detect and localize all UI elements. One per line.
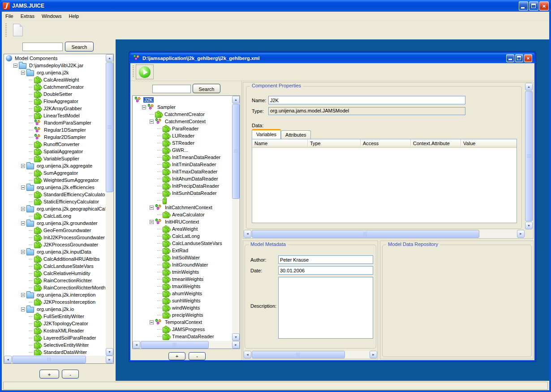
close-button[interactable]: × bbox=[539, 1, 549, 11]
tree-expander-icon[interactable] bbox=[21, 307, 25, 311]
tree-item[interactable]: AreaCalculator bbox=[133, 211, 232, 218]
tree-item[interactable]: ParaReader bbox=[133, 125, 232, 132]
tree-item[interactable]: SelectiveEntityWriter bbox=[4, 341, 105, 349]
tree-item[interactable]: FullSetEntityWriter bbox=[4, 313, 105, 320]
tree-item[interactable]: StandardDataWriter bbox=[4, 349, 105, 355]
toolbar-grip[interactable] bbox=[5, 23, 7, 37]
tree-item[interactable]: sunhWeights bbox=[133, 297, 232, 304]
tree-item[interactable]: StandardEfficiencyCalculator bbox=[4, 191, 105, 198]
date-input[interactable] bbox=[278, 266, 373, 275]
tree-item[interactable]: CatchmentContext bbox=[133, 118, 232, 125]
new-document-button[interactable] bbox=[12, 23, 24, 38]
column-header-access[interactable]: Access bbox=[361, 139, 411, 147]
tree-item[interactable]: org.unijena.j2k.geographicalCalcula bbox=[4, 205, 105, 212]
tab-variables[interactable]: Variables bbox=[252, 129, 281, 139]
scrollbar-thumb[interactable] bbox=[232, 104, 240, 199]
menu-windows[interactable]: Windows bbox=[38, 12, 65, 20]
add-component-button[interactable]: + bbox=[39, 370, 59, 379]
scrollbar-thumb[interactable] bbox=[252, 351, 345, 358]
column-header-type[interactable]: Type bbox=[308, 139, 361, 147]
scrollbar-thumb[interactable] bbox=[106, 62, 113, 192]
tree-item[interactable]: DoubleSetter bbox=[4, 90, 105, 98]
model-search-input[interactable] bbox=[152, 85, 191, 93]
scrollbar-thumb[interactable] bbox=[252, 230, 479, 238]
horizontal-scrollbar[interactable]: ◄ ► bbox=[4, 356, 113, 363]
tree-item[interactable]: CalcLanduseStateVars bbox=[4, 263, 105, 270]
title-bar[interactable]: J JAMS.JUICE × bbox=[0, 0, 551, 12]
tree-item[interactable]: precipWeights bbox=[133, 311, 232, 319]
library-search-button[interactable]: Search bbox=[65, 42, 94, 52]
tree-item[interactable]: RainCorrectionRichterMonthly bbox=[4, 284, 105, 291]
tree-item[interactable]: InitSoilWater bbox=[133, 254, 232, 261]
remove-node-button[interactable]: - bbox=[189, 352, 206, 360]
scrollbar-thumb[interactable] bbox=[141, 341, 209, 349]
child-close-button[interactable]: × bbox=[524, 54, 532, 62]
tree-item[interactable]: CatchmentCreator bbox=[133, 111, 232, 118]
tree-item[interactable]: Regular1DSampler bbox=[4, 126, 105, 134]
tree-item[interactable]: J2KArrayGrabber bbox=[4, 105, 105, 112]
author-input[interactable] bbox=[278, 255, 373, 264]
menu-file[interactable]: File bbox=[2, 12, 17, 20]
tree-item[interactable]: InitPrecipDataReader bbox=[133, 182, 232, 190]
tree-item[interactable]: JAMSProgress bbox=[133, 326, 232, 333]
tree-item[interactable]: InitCatchmentContext bbox=[133, 204, 232, 211]
component-name-input[interactable] bbox=[268, 96, 465, 104]
tree-item[interactable]: InitAhumDataReader bbox=[133, 175, 232, 182]
tree-item[interactable]: CalcAdditionalHRUAttribs bbox=[4, 255, 105, 263]
maximize-button[interactable] bbox=[529, 1, 538, 11]
tree-expander-icon[interactable] bbox=[21, 250, 25, 254]
tree-item[interactable]: CalcLatLong bbox=[133, 233, 232, 240]
scroll-down-button[interactable]: ▼ bbox=[232, 333, 240, 341]
tree-item[interactable]: J2KProcessInterception bbox=[4, 298, 105, 306]
add-node-button[interactable]: + bbox=[168, 352, 185, 360]
tree-item[interactable]: GeoFemGroundwater bbox=[4, 227, 105, 234]
tree-item[interactable]: org.unijena.j2k.inputData bbox=[4, 248, 105, 255]
tree-item[interactable]: AreaWeight bbox=[133, 225, 232, 233]
scroll-right-button[interactable]: ► bbox=[370, 351, 377, 358]
tree-item[interactable]: tmeanWeights bbox=[133, 276, 232, 283]
tree-item[interactable]: tmaxWeights bbox=[133, 283, 232, 290]
tree-item[interactable]: RandomParaSampler bbox=[4, 119, 105, 126]
tree-item[interactable]: LUReader bbox=[133, 132, 232, 139]
toolbar-grip[interactable] bbox=[133, 65, 134, 78]
child-minimize-button[interactable] bbox=[506, 54, 514, 62]
tree-item[interactable]: FlowAggregator bbox=[4, 98, 105, 105]
tree-item[interactable]: Sampler bbox=[133, 103, 232, 111]
tree-item[interactable]: Regular2DSampler bbox=[4, 134, 105, 141]
tree-item[interactable]: RunoffConverter bbox=[4, 141, 105, 148]
scroll-up-button[interactable]: ▲ bbox=[106, 54, 113, 62]
description-textarea[interactable] bbox=[278, 277, 373, 339]
tree-item[interactable]: org.unijena.j2k.io bbox=[4, 306, 105, 313]
tree-item[interactable] bbox=[133, 197, 232, 204]
tree-item[interactable]: tminWeights bbox=[133, 268, 232, 276]
tree-item[interactable]: InitSunhDataReader bbox=[133, 190, 232, 197]
tree-item[interactable]: TmeanDataReader bbox=[133, 333, 232, 340]
horizontal-scrollbar[interactable]: ◄ ► bbox=[244, 230, 525, 238]
tree-item[interactable]: org.unijena.j2k.efficiencies bbox=[4, 184, 105, 191]
scrollbar-thumb[interactable] bbox=[12, 356, 86, 363]
tree-expander-icon[interactable] bbox=[21, 207, 25, 211]
tree-item[interactable]: org.unijena.j2k.groundwater bbox=[4, 220, 105, 227]
tree-item[interactable]: CalcRelativeHumidity bbox=[4, 270, 105, 277]
tree-item[interactable]: J2KTopologyCreator bbox=[4, 320, 105, 327]
scroll-down-button[interactable]: ▼ bbox=[525, 222, 533, 229]
tree-item[interactable]: STReader bbox=[133, 139, 232, 146]
tree-expander-icon[interactable] bbox=[150, 206, 154, 210]
tree-item[interactable]: CalcAreaWeight bbox=[4, 76, 105, 83]
tree-item[interactable]: TemporalContext bbox=[133, 319, 232, 326]
tree-item[interactable]: org.unijena.j2k bbox=[4, 69, 105, 76]
tree-item[interactable]: windWeights bbox=[133, 304, 232, 311]
scroll-right-button[interactable]: ► bbox=[106, 356, 113, 363]
scroll-down-button[interactable]: ▼ bbox=[106, 348, 113, 356]
tree-item[interactable]: SpatialAggregator bbox=[4, 148, 105, 155]
scroll-up-button[interactable]: ▲ bbox=[232, 96, 240, 103]
column-header-name[interactable]: Name bbox=[252, 139, 308, 147]
menu-extras[interactable]: Extras bbox=[17, 12, 38, 20]
scroll-right-button[interactable]: ► bbox=[232, 341, 240, 349]
tree-item[interactable]: LayeredSoilParaReader bbox=[4, 334, 105, 341]
tree-item[interactable]: KostraXMLReader bbox=[4, 327, 105, 334]
scroll-left-button[interactable]: ◄ bbox=[133, 341, 140, 349]
tree-expander-icon[interactable] bbox=[21, 185, 25, 190]
tree-expander-icon[interactable] bbox=[21, 293, 25, 297]
tree-item[interactable]: CalcLanduseStateVars bbox=[133, 240, 232, 247]
